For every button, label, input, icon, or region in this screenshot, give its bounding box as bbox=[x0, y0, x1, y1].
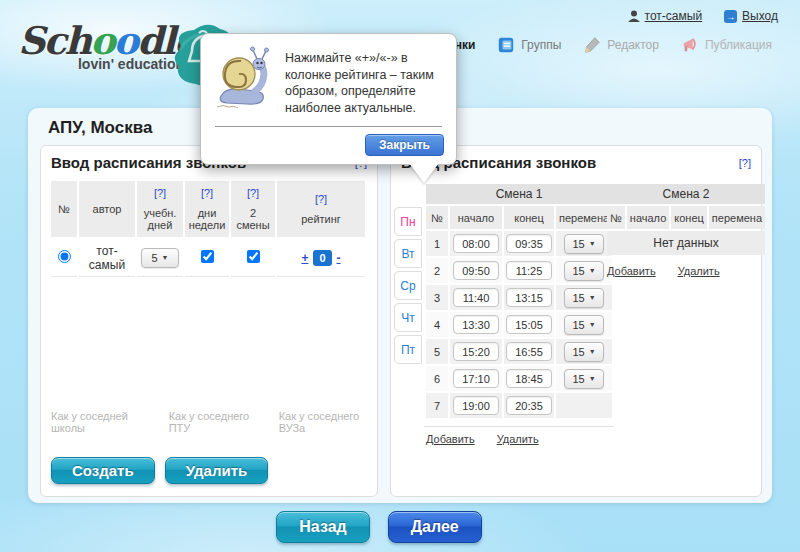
start-time-input[interactable] bbox=[453, 315, 499, 334]
lesson-number: 3 bbox=[426, 285, 448, 310]
day-tab-fri[interactable]: Пт bbox=[394, 335, 422, 364]
user-icon bbox=[628, 10, 640, 22]
end-time-input[interactable] bbox=[506, 342, 552, 361]
preset-links: Как у соседней школы Как у соседнего ПТУ… bbox=[51, 410, 377, 434]
delete-lesson-link[interactable]: Удалить bbox=[678, 265, 720, 277]
preset-neighbor-vuz-link[interactable]: Как у соседнего ВУЗа bbox=[279, 410, 377, 434]
start-time-input[interactable] bbox=[453, 369, 499, 388]
page-title: АПУ, Москва bbox=[48, 118, 152, 138]
nav-item-groups[interactable]: Группы bbox=[497, 36, 561, 54]
column-header-author: автор bbox=[79, 181, 135, 237]
start-time-input[interactable] bbox=[453, 234, 499, 253]
shift1-header: Смена 1 bbox=[426, 184, 612, 204]
delete-lesson-link[interactable]: Удалить bbox=[497, 433, 539, 445]
main-nav: Звонки Группы Редактор Публикация bbox=[409, 36, 772, 54]
start-time-input[interactable] bbox=[453, 342, 499, 361]
lesson-row: 1 15▼ bbox=[426, 231, 612, 256]
lesson-number: 1 bbox=[426, 231, 448, 256]
break-select[interactable]: 15▼ bbox=[564, 288, 604, 308]
break-select[interactable]: 15▼ bbox=[564, 369, 604, 389]
column-header-num: № bbox=[51, 181, 77, 237]
help-link[interactable]: [?] bbox=[232, 187, 274, 199]
day-tab-tue[interactable]: Вт bbox=[394, 239, 422, 268]
break-select[interactable]: 15▼ bbox=[564, 315, 604, 335]
lesson-number: 5 bbox=[426, 339, 448, 364]
username-link[interactable]: тот-самый bbox=[645, 9, 703, 23]
app-screen: тот-самый → Выход Schoodle lovin' educat… bbox=[0, 0, 800, 552]
day-tab-mon[interactable]: Пн bbox=[394, 207, 422, 236]
start-time-input[interactable] bbox=[453, 261, 499, 280]
exit-arrow-icon: → bbox=[724, 10, 737, 23]
rating-plus-link[interactable]: + bbox=[301, 251, 308, 265]
rating-minus-link[interactable]: - bbox=[337, 251, 341, 265]
app-logo: Schoodle lovin' education bbox=[18, 22, 188, 72]
schedule-variants-panel: Ввод расписания звонков [?] № автор [?]у… bbox=[40, 145, 378, 497]
snail-mascot bbox=[213, 44, 275, 110]
nav-item-editor[interactable]: Редактор bbox=[583, 36, 659, 54]
logout: → Выход bbox=[724, 9, 778, 23]
end-time-input[interactable] bbox=[506, 369, 552, 388]
lesson-row: 7 bbox=[426, 393, 612, 418]
back-button[interactable]: Назад bbox=[276, 511, 369, 543]
nav-label: Редактор bbox=[607, 38, 659, 52]
create-button[interactable]: Создать bbox=[51, 457, 155, 484]
preset-neighbor-school-link[interactable]: Как у соседней школы bbox=[51, 410, 153, 434]
add-lesson-link[interactable]: Добавить bbox=[607, 265, 656, 277]
two-shifts-checkbox[interactable] bbox=[247, 250, 260, 263]
chevron-down-icon: ▼ bbox=[162, 254, 169, 261]
end-time-input[interactable] bbox=[506, 234, 552, 253]
popup-divider bbox=[215, 126, 442, 127]
weekdays-checkbox[interactable] bbox=[201, 250, 214, 263]
help-link[interactable]: [?] bbox=[138, 187, 182, 199]
next-button[interactable]: Далее bbox=[388, 511, 482, 543]
lesson-number: 2 bbox=[426, 258, 448, 283]
variant-radio[interactable] bbox=[58, 250, 71, 263]
lesson-row: 5 15▼ bbox=[426, 339, 612, 364]
shift1-table: Смена 1 № начало конец перемена 1 15▼ bbox=[424, 182, 614, 420]
school-days-select[interactable]: 5▼ bbox=[141, 248, 179, 268]
end-time-input[interactable] bbox=[506, 261, 552, 280]
help-link[interactable]: [?] bbox=[186, 187, 228, 199]
day-tab-wed[interactable]: Ср bbox=[394, 271, 422, 300]
start-time-input[interactable] bbox=[453, 288, 499, 307]
logout-link[interactable]: Выход bbox=[742, 9, 778, 23]
close-button[interactable]: Закрыть bbox=[365, 134, 444, 156]
start-time-input[interactable] bbox=[453, 396, 499, 415]
notebook-icon bbox=[497, 36, 515, 54]
nav-item-publication[interactable]: Публикация bbox=[681, 36, 772, 54]
shift2-block: Смена 2 № начало конец перемена Нет данн… bbox=[605, 182, 767, 277]
column-header-num: № bbox=[607, 206, 625, 229]
day-tab-thu[interactable]: Чт bbox=[394, 303, 422, 332]
shift2-header: Смена 2 bbox=[607, 184, 765, 204]
add-lesson-link[interactable]: Добавить bbox=[426, 433, 475, 445]
variant-row: тот-самый 5▼ + 0 - bbox=[51, 239, 365, 277]
column-header-start: начало bbox=[450, 206, 502, 229]
preset-neighbor-ptu-link[interactable]: Как у соседнего ПТУ bbox=[169, 410, 263, 434]
column-header-two-shifts: [?]2 смены bbox=[231, 181, 275, 237]
lesson-row: 3 15▼ bbox=[426, 285, 612, 310]
chevron-down-icon: ▼ bbox=[589, 375, 596, 382]
current-user: тот-самый bbox=[628, 9, 703, 23]
break-select[interactable]: 15▼ bbox=[564, 234, 604, 254]
help-link[interactable]: [?] bbox=[278, 193, 364, 205]
bell-times-panel: Ввод расписания звонков [?] Пн Вт Ср Чт … bbox=[390, 145, 762, 497]
end-time-input[interactable] bbox=[506, 315, 552, 334]
day-tabs: Пн Вт Ср Чт Пт bbox=[394, 207, 422, 364]
shift2-table: Смена 2 № начало конец перемена Нет данн… bbox=[605, 182, 767, 257]
nav-label: Группы bbox=[521, 38, 561, 52]
end-time-input[interactable] bbox=[506, 288, 552, 307]
lesson-row: 2 15▼ bbox=[426, 258, 612, 283]
rating-value-badge: 0 bbox=[313, 250, 331, 266]
break-select[interactable]: 15▼ bbox=[564, 342, 604, 362]
end-time-input[interactable] bbox=[506, 396, 552, 415]
help-link[interactable]: [?] bbox=[739, 157, 751, 169]
delete-button[interactable]: Удалить bbox=[165, 457, 269, 484]
column-header-weekdays: [?]дни недели bbox=[185, 181, 229, 237]
column-header-end: конец bbox=[504, 206, 554, 229]
column-header-break: перемена bbox=[709, 206, 765, 229]
logo-wordmark: Schoodle bbox=[18, 22, 188, 60]
break-select[interactable]: 15▼ bbox=[564, 261, 604, 281]
variant-author: тот-самый bbox=[79, 239, 135, 277]
pencil-icon bbox=[583, 36, 601, 54]
column-header-num: № bbox=[426, 206, 448, 229]
